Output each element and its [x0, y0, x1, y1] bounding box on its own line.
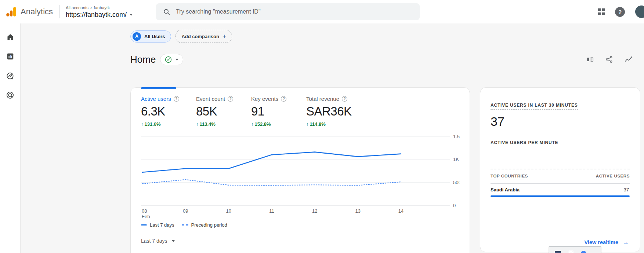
compare-icon[interactable]	[586, 55, 594, 63]
help-tooltip-icon[interactable]: ?	[281, 96, 286, 102]
svg-text:12: 12	[312, 208, 317, 214]
plus-icon: +	[222, 33, 226, 40]
up-arrow-icon: ↑	[196, 121, 199, 127]
explore-icon	[6, 72, 14, 80]
country-bar	[491, 195, 630, 197]
all-users-chip[interactable]: A All Users	[130, 30, 171, 43]
metric-value: 6.3K	[141, 104, 196, 118]
metric-change: ↑131.6%	[141, 121, 196, 127]
overview-card: Active users? 6.3K ↑131.6% Event count? …	[130, 87, 470, 253]
per-minute-label: ACTIVE USERS PER MINUTE	[491, 140, 630, 145]
check-circle-icon	[165, 56, 172, 63]
chart-area: 1.5K1K500008091011121314Feb	[141, 131, 459, 220]
breadcrumb-root: All accounts	[66, 6, 88, 10]
help-tooltip-icon[interactable]: ?	[228, 96, 233, 102]
arrow-right-icon: →	[623, 239, 629, 246]
property-name: https://fanbaytk.com/	[66, 11, 127, 19]
dashed-line-swatch	[182, 224, 188, 225]
sidebar-item-advertising[interactable]	[6, 91, 15, 100]
legend-last-7-days: Last 7 days	[141, 222, 174, 228]
col-top-countries: TOP COUNTRIES	[491, 174, 528, 180]
overview-chart: 1.5K1K500008091011121314Feb	[141, 131, 460, 220]
sidebar-item-explore[interactable]	[6, 71, 15, 81]
countries-header: TOP COUNTRIES ACTIVE USERS	[491, 174, 630, 180]
account-switcher[interactable]: All accounts › fanbaytk https://fanbaytk…	[66, 5, 133, 19]
app-header: Analytics All accounts › fanbaytk https:…	[0, 0, 644, 23]
sparkline-baseline	[491, 169, 630, 169]
country-bar-track	[491, 195, 630, 197]
metric-value: 85K	[196, 104, 251, 118]
country-row: Saudi Arabia 37	[491, 184, 630, 195]
insights-icon[interactable]	[624, 55, 633, 63]
legend-preceding-period: Preceding period	[182, 222, 227, 228]
country-name: Saudi Arabia	[491, 187, 520, 192]
help-tooltip-icon[interactable]: ?	[174, 96, 179, 102]
breadcrumb: All accounts › fanbaytk	[66, 5, 133, 10]
metric-label: Event count	[196, 96, 225, 102]
up-arrow-icon: ↑	[141, 121, 144, 127]
svg-text:Feb: Feb	[142, 214, 150, 219]
search-input[interactable]	[176, 8, 412, 15]
svg-text:1.5K: 1.5K	[453, 134, 460, 139]
up-arrow-icon: ↑	[251, 121, 254, 127]
analytics-logo[interactable]: Analytics	[0, 7, 57, 17]
global-search[interactable]	[156, 3, 420, 20]
metric-tab-total-revenue[interactable]: Total revenue? SAR36K ↑114.8%	[306, 96, 361, 127]
add-comparison-button[interactable]: Add comparison +	[176, 30, 232, 43]
chart-legend: Last 7 days Preceding period	[141, 222, 459, 228]
sidebar-item-home[interactable]	[6, 32, 15, 42]
left-nav	[0, 23, 21, 253]
chevron-right-icon: ›	[90, 5, 92, 10]
svg-text:1K: 1K	[453, 157, 459, 162]
active-tab-indicator	[141, 87, 176, 89]
sidebar-item-reports[interactable]	[6, 52, 15, 61]
chevron-down-icon	[172, 240, 175, 242]
svg-text:500: 500	[453, 180, 460, 185]
collection-status-pill[interactable]	[160, 54, 183, 65]
svg-text:08: 08	[142, 208, 147, 214]
svg-text:13: 13	[355, 208, 360, 214]
country-users: 37	[624, 187, 629, 192]
header-divider	[59, 5, 60, 18]
apps-grid-icon[interactable]	[598, 8, 605, 15]
breadcrumb-account: fanbaytk	[94, 6, 109, 10]
metric-tab-active-users[interactable]: Active users? 6.3K ↑131.6%	[141, 96, 196, 127]
view-realtime-link[interactable]: View realtime →	[585, 239, 629, 246]
per-minute-sparkline	[491, 145, 630, 169]
help-icon[interactable]: ?	[615, 7, 625, 17]
help-tooltip-icon[interactable]: ?	[342, 96, 347, 102]
advertising-icon	[6, 91, 15, 100]
svg-text:14: 14	[398, 208, 404, 214]
metric-value: 91	[251, 104, 306, 118]
realtime-title: ACTIVE USERS IN LAST 30 MINUTES	[491, 103, 578, 110]
page-title: Home	[130, 54, 156, 65]
date-range-selector[interactable]: Last 7 days	[141, 238, 175, 244]
metric-value: SAR36K	[306, 104, 361, 118]
metric-label: Active users	[141, 96, 171, 102]
metric-change: ↑114.8%	[306, 121, 361, 127]
metric-label: Key events	[251, 96, 278, 102]
search-icon	[163, 8, 170, 15]
main-content: A All Users Add comparison + Home	[21, 23, 644, 253]
solid-line-swatch	[141, 224, 147, 225]
add-comparison-label: Add comparison	[181, 34, 219, 39]
toolbar-panel-icon[interactable]	[555, 251, 561, 253]
realtime-card: ACTIVE USERS IN LAST 30 MINUTES 37 ACTIV…	[480, 87, 640, 252]
realtime-active-users: 37	[491, 114, 630, 129]
all-users-label: All Users	[144, 34, 165, 39]
toolbar-blue-dot-icon[interactable]	[581, 251, 586, 253]
property-selector[interactable]: https://fanbaytk.com/	[66, 11, 133, 19]
share-icon[interactable]	[605, 55, 613, 63]
up-arrow-icon: ↑	[306, 121, 309, 127]
metric-tab-event-count[interactable]: Event count? 85K ↑113.4%	[196, 96, 251, 127]
metric-tab-key-events[interactable]: Key events? 91 ↑152.8%	[251, 96, 306, 127]
avatar[interactable]	[635, 6, 644, 18]
chevron-down-icon	[176, 59, 178, 60]
col-active-users: ACTIVE USERS	[596, 174, 630, 180]
home-icon	[6, 33, 14, 41]
toolbar-document-icon[interactable]	[569, 251, 573, 253]
svg-text:10: 10	[226, 208, 231, 214]
app-name: Analytics	[21, 7, 53, 16]
metric-change: ↑152.8%	[251, 121, 306, 127]
comparison-badge: A	[133, 32, 141, 41]
